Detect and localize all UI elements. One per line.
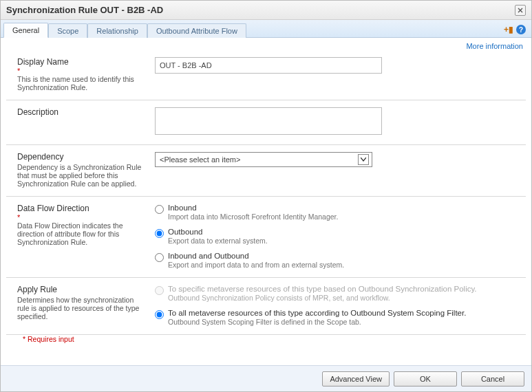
- more-information-link[interactable]: More information: [466, 42, 523, 50]
- radio-apply-all-input[interactable]: [155, 310, 164, 319]
- description-label: Description: [17, 107, 144, 117]
- radio-inbound: Inbound Import data into Microsoft Foref…: [155, 204, 515, 221]
- requires-input-footnote: * Requires input: [6, 335, 526, 349]
- dependency-label: Dependency: [17, 152, 144, 162]
- tab-general[interactable]: General: [3, 23, 48, 38]
- display-name-desc: This is the name used to identify this S…: [17, 75, 144, 91]
- radio-both-input[interactable]: [155, 253, 164, 262]
- radio-outbound-input[interactable]: [155, 229, 164, 238]
- section-dependency: Dependency Dependency is a Synchronizati…: [6, 145, 526, 197]
- apply-rule-desc: Determines how the synchronization rule …: [17, 296, 144, 320]
- dialog-footer: Advanced View OK Cancel: [1, 365, 531, 391]
- data-flow-desc: Data Flow Direction indicates the direct…: [17, 221, 144, 246]
- radio-apply-specific-input: [155, 286, 164, 295]
- dependency-desc: Dependency is a Synchronization Rule tha…: [17, 163, 144, 188]
- dialog-title: Synchronization Rule OUT - B2B -AD: [6, 5, 515, 15]
- sync-rule-dialog: Synchronization Rule OUT - B2B -AD Gener…: [0, 0, 532, 392]
- radio-outbound-label: Outbound: [168, 228, 268, 236]
- radio-both-label: Inbound and Outbound: [168, 252, 344, 260]
- radio-inbound-input[interactable]: [155, 205, 164, 214]
- section-data-flow: Data Flow Direction * Data Flow Directio…: [6, 197, 526, 278]
- radio-apply-all: To all metaverse resources of this type …: [155, 309, 515, 326]
- radio-apply-all-sub: Outbound System Scoping Filter is define…: [168, 318, 466, 326]
- chevron-down-icon[interactable]: [358, 154, 369, 165]
- cancel-button[interactable]: Cancel: [461, 371, 524, 386]
- radio-inbound-label: Inbound: [168, 204, 338, 212]
- close-button[interactable]: [515, 5, 526, 16]
- display-name-input[interactable]: [155, 57, 382, 74]
- radio-inbound-sub: Import data into Microsoft Forefront Ide…: [168, 213, 338, 221]
- titlebar: Synchronization Rule OUT - B2B -AD: [1, 1, 531, 20]
- ok-button[interactable]: OK: [394, 371, 457, 386]
- required-marker: *: [17, 68, 144, 74]
- tab-outbound-attribute-flow[interactable]: Outbound Attribute Flow: [147, 23, 246, 38]
- radio-apply-specific: To specific metaverse resources of this …: [155, 285, 515, 302]
- radio-both: Inbound and Outbound Export and import d…: [155, 252, 515, 269]
- display-name-label: Display Name: [17, 57, 144, 67]
- description-input[interactable]: [155, 107, 382, 135]
- data-flow-label: Data Flow Direction: [17, 204, 144, 213]
- close-icon: [518, 8, 523, 13]
- radio-apply-specific-label: To specific metaverse resources of this …: [168, 285, 477, 293]
- radio-both-sub: Export and import data to and from an ex…: [168, 261, 344, 269]
- tab-scope[interactable]: Scope: [48, 23, 87, 38]
- radio-outbound-sub: Export data to external system.: [168, 237, 268, 245]
- add-icon[interactable]: +▮: [504, 25, 513, 34]
- advanced-view-button[interactable]: Advanced View: [322, 371, 390, 386]
- help-icon[interactable]: ?: [516, 25, 526, 34]
- required-marker: *: [17, 215, 144, 220]
- tabstrip: General Scope Relationship Outbound Attr…: [1, 20, 531, 38]
- radio-apply-specific-sub: Outbound Synchronization Policy consists…: [168, 294, 477, 302]
- radio-apply-all-label: To all metaverse resources of this type …: [168, 309, 466, 317]
- section-description: Description: [6, 100, 526, 145]
- tab-relationship[interactable]: Relationship: [87, 23, 147, 38]
- section-display-name: Display Name * This is the name used to …: [6, 50, 526, 100]
- content-area: Display Name * This is the name used to …: [1, 50, 531, 365]
- dependency-select-text: <Please select an item>: [160, 155, 358, 164]
- apply-rule-label: Apply Rule: [17, 285, 144, 294]
- radio-outbound: Outbound Export data to external system.: [155, 228, 515, 245]
- dependency-select[interactable]: <Please select an item>: [155, 152, 372, 167]
- section-apply-rule: Apply Rule Determines how the synchroniz…: [6, 278, 526, 335]
